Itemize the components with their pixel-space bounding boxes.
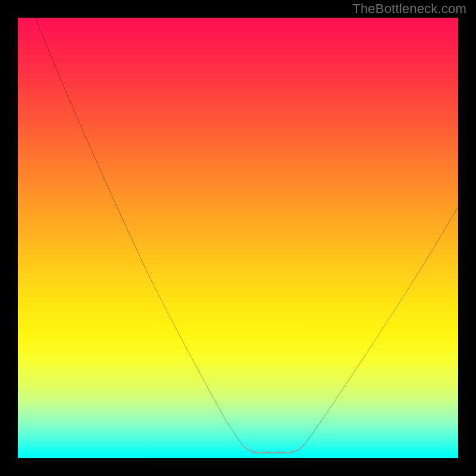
bottleneck-curve — [18, 18, 458, 458]
right-curve — [304, 207, 458, 445]
plateau-segment — [242, 445, 304, 453]
left-curve — [36, 18, 243, 445]
plot-area — [18, 18, 458, 458]
watermark-text: TheBottleneck.com — [352, 1, 466, 17]
chart-frame: TheBottleneck.com — [0, 0, 476, 476]
plateau-texture — [251, 449, 295, 453]
